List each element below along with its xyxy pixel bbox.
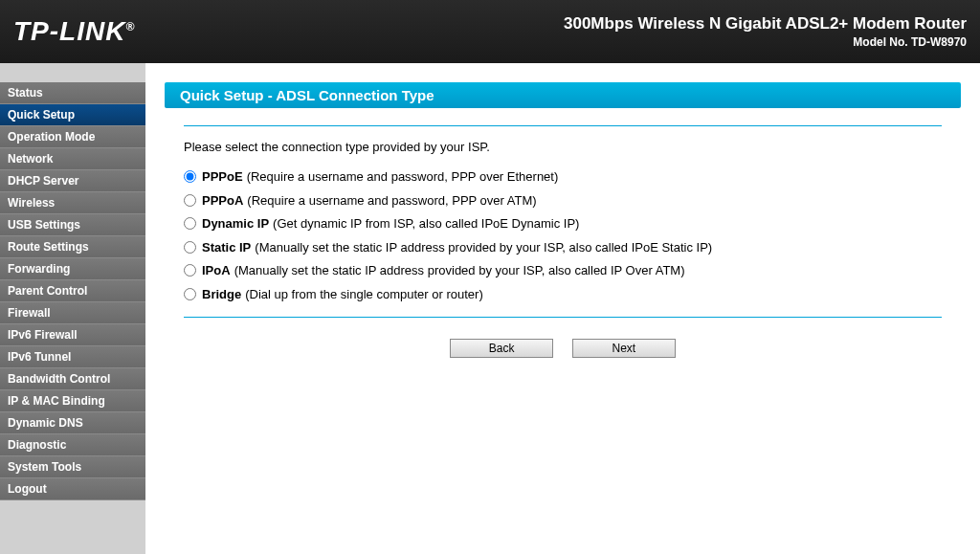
sidebar-item-label: Route Settings xyxy=(8,240,89,254)
sidebar-item-label: Forwarding xyxy=(8,262,70,276)
option-label: Dynamic IP xyxy=(202,214,269,233)
option-label: Static IP xyxy=(202,238,251,257)
radio-bridge[interactable] xyxy=(184,288,196,300)
option-desc: (Require a username and password, PPP ov… xyxy=(247,191,536,211)
sidebar-item-route-settings[interactable]: Route Settings xyxy=(0,236,145,258)
option-static-ip: Static IP (Manually set the static IP ad… xyxy=(184,238,942,257)
sidebar-item-network[interactable]: Network xyxy=(0,148,145,170)
radio-ipoa[interactable] xyxy=(184,264,196,277)
sidebar-item-label: Status xyxy=(8,86,43,100)
sidebar-item-label: Dynamic DNS xyxy=(8,416,83,430)
button-row: Back Next xyxy=(184,339,942,358)
sidebar-item-label: IP & MAC Binding xyxy=(8,394,105,408)
brand-reg: ® xyxy=(125,20,135,33)
header-right: 300Mbps Wireless N Gigabit ADSL2+ Modem … xyxy=(564,14,967,49)
sidebar-item-label: Diagnostic xyxy=(8,438,66,452)
page-title: Quick Setup - ADSL Connection Type xyxy=(165,82,961,108)
option-desc: (Dial up from the single computer or rou… xyxy=(245,285,483,304)
sidebar-item-dynamic-dns[interactable]: Dynamic DNS xyxy=(0,412,145,434)
sidebar-item-firewall[interactable]: Firewall xyxy=(0,302,145,324)
instruction-text: Please select the connection type provid… xyxy=(184,140,942,154)
option-label: PPPoE xyxy=(202,167,243,187)
model-number: Model No. TD-W8970 xyxy=(564,35,967,49)
option-label: PPPoA xyxy=(202,191,243,211)
option-ipoa: IPoA (Manually set the static IP address… xyxy=(184,261,942,280)
option-label: IPoA xyxy=(202,261,231,280)
sidebar-item-system-tools[interactable]: System Tools xyxy=(0,456,145,478)
sidebar-item-label: Bandwidth Control xyxy=(8,372,110,386)
brand-text: TP-LINK xyxy=(13,16,125,46)
sidebar-item-forwarding[interactable]: Forwarding xyxy=(0,258,145,280)
content: Please select the connection type provid… xyxy=(165,108,961,358)
sidebar-item-diagnostic[interactable]: Diagnostic xyxy=(0,434,145,456)
header: TP-LINK® 300Mbps Wireless N Gigabit ADSL… xyxy=(0,0,980,63)
sidebar: Status Quick Setup Operation Mode Networ… xyxy=(0,63,145,554)
sidebar-item-label: Operation Mode xyxy=(8,130,95,144)
sidebar-item-label: USB Settings xyxy=(8,218,80,232)
option-desc: (Manually set the static IP address prov… xyxy=(234,261,685,280)
sidebar-item-ipv6-tunnel[interactable]: IPv6 Tunnel xyxy=(0,346,145,368)
brand-logo: TP-LINK® xyxy=(13,16,135,47)
option-desc: (Manually set the static IP address prov… xyxy=(255,238,712,257)
sidebar-item-label: System Tools xyxy=(8,460,81,474)
radio-pppoa[interactable] xyxy=(184,194,196,207)
sidebar-item-ipv6-firewall[interactable]: IPv6 Firewall xyxy=(0,324,145,346)
sidebar-item-dhcp-server[interactable]: DHCP Server xyxy=(0,170,145,192)
radio-static-ip[interactable] xyxy=(184,241,196,254)
radio-dynamic-ip[interactable] xyxy=(184,217,196,230)
main: Quick Setup - ADSL Connection Type Pleas… xyxy=(145,63,980,554)
sidebar-item-label: Firewall xyxy=(8,306,51,320)
sidebar-item-label: Network xyxy=(8,152,53,166)
option-bridge: Bridge (Dial up from the single computer… xyxy=(184,285,942,304)
sidebar-item-wireless[interactable]: Wireless xyxy=(0,192,145,214)
sidebar-item-quick-setup[interactable]: Quick Setup xyxy=(0,104,145,126)
sidebar-item-label: Logout xyxy=(8,482,47,496)
option-label: Bridge xyxy=(202,285,241,304)
sidebar-item-label: Quick Setup xyxy=(8,108,75,122)
divider-top xyxy=(184,125,942,126)
back-button[interactable]: Back xyxy=(450,339,553,358)
divider-bottom xyxy=(184,317,942,318)
sidebar-item-label: DHCP Server xyxy=(8,174,78,188)
sidebar-item-usb-settings[interactable]: USB Settings xyxy=(0,214,145,236)
sidebar-item-operation-mode[interactable]: Operation Mode xyxy=(0,126,145,148)
sidebar-item-parent-control[interactable]: Parent Control xyxy=(0,280,145,302)
sidebar-item-logout[interactable]: Logout xyxy=(0,478,145,500)
sidebar-item-status[interactable]: Status xyxy=(0,82,145,104)
next-button[interactable]: Next xyxy=(572,339,676,358)
option-pppoa: PPPoA (Require a username and password, … xyxy=(184,191,942,211)
sidebar-item-bandwidth-control[interactable]: Bandwidth Control xyxy=(0,368,145,390)
product-title: 300Mbps Wireless N Gigabit ADSL2+ Modem … xyxy=(564,14,967,33)
sidebar-item-label: IPv6 Tunnel xyxy=(8,350,71,364)
sidebar-item-ip-mac-binding[interactable]: IP & MAC Binding xyxy=(0,390,145,412)
option-desc: (Get dynamic IP from ISP, also called IP… xyxy=(273,214,579,233)
option-desc: (Require a username and password, PPP ov… xyxy=(247,167,559,187)
option-pppoe: PPPoE (Require a username and password, … xyxy=(184,167,942,187)
radio-pppoe[interactable] xyxy=(184,170,196,183)
container: Status Quick Setup Operation Mode Networ… xyxy=(0,63,980,554)
sidebar-item-label: Wireless xyxy=(8,196,55,210)
sidebar-item-label: IPv6 Firewall xyxy=(8,328,78,342)
sidebar-item-label: Parent Control xyxy=(8,284,87,298)
option-dynamic-ip: Dynamic IP (Get dynamic IP from ISP, als… xyxy=(184,214,942,233)
